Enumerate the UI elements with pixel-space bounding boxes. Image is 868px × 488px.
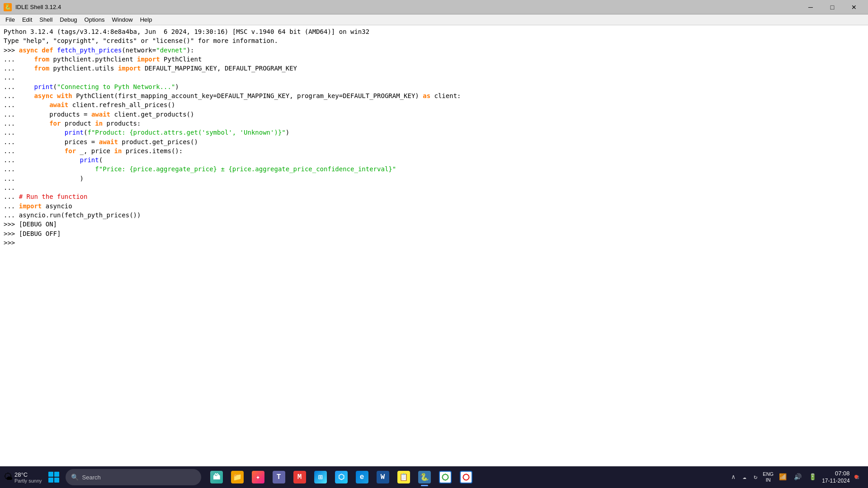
menu-shell[interactable]: Shell: [36, 14, 56, 25]
title-bar-left: 🐍 IDLE Shell 3.12.4: [4, 3, 61, 11]
weather-temp: 28°C: [14, 471, 42, 478]
taskbar-search[interactable]: 🔍 Search: [66, 469, 201, 485]
shell-output: Python 3.12.4 (tags/v3.12.4:8e8a4ba, Jun…: [4, 27, 864, 247]
prompt4: >>>: [4, 239, 19, 246]
teams-icon: T: [273, 471, 285, 483]
intro-line1: Python 3.12.4 (tags/v3.12.4:8e8a4ba, Jun…: [4, 28, 369, 44]
kw-await1: await: [49, 101, 68, 108]
tray-chevron[interactable]: ∧: [730, 472, 737, 482]
mcafee-icon: M: [293, 471, 306, 483]
taskbar-app-explorer[interactable]: 🏔: [207, 467, 226, 487]
files-icon: 📁: [231, 471, 244, 483]
search-label: Search: [82, 474, 101, 481]
prompt1: >>>: [4, 47, 19, 54]
kw-for2: for: [65, 147, 76, 155]
kw-in2: in: [114, 147, 122, 155]
start-button[interactable]: [44, 467, 64, 487]
str-connecting: "Connecting to Pyth Network...": [57, 83, 175, 90]
taskbar-app-store[interactable]: ⊞: [311, 467, 330, 487]
close-button[interactable]: ✕: [844, 0, 864, 14]
prompt3: >>>: [4, 230, 19, 237]
debug-off: [DEBUG OFF]: [19, 230, 61, 237]
kw-from1: from: [34, 56, 49, 63]
notification-dot: [854, 475, 858, 479]
weather-desc: Partly sunny: [14, 478, 42, 483]
copilot-icon: ✦: [252, 471, 264, 483]
word-icon: W: [377, 471, 389, 483]
weather-text: 28°C Partly sunny: [14, 471, 42, 483]
clock-date: 17-11-2024: [822, 478, 849, 485]
menu-help[interactable]: Help: [137, 14, 156, 25]
tray-wifi[interactable]: 📶: [777, 472, 788, 482]
tray-sync[interactable]: ↻: [752, 472, 759, 482]
print1: print: [34, 83, 53, 90]
taskbar-app-word[interactable]: W: [373, 467, 393, 487]
taskbar-app-files[interactable]: 📁: [227, 467, 247, 487]
maximize-button[interactable]: □: [822, 0, 843, 14]
taskbar-right: ∧ ☁ ↻ ENG IN 📶 🔊 🔋 07:08 17-11-2024 ☐: [730, 470, 864, 484]
tray-cloud[interactable]: ☁: [741, 472, 748, 482]
menu-edit[interactable]: Edit: [19, 14, 36, 25]
lang-line1: ENG: [763, 471, 774, 477]
kw-import1: import: [137, 56, 160, 63]
str-price: f"Price: {price.aggregate_price} ± {pric…: [95, 165, 396, 173]
print2: print: [65, 129, 84, 136]
menu-file[interactable]: File: [2, 14, 19, 25]
edge-icon: e: [356, 471, 368, 483]
kw-async: async: [19, 47, 38, 54]
kw-as: as: [423, 92, 430, 99]
minimize-button[interactable]: ─: [800, 0, 821, 14]
kw-async2: async: [34, 92, 53, 99]
idle-icon: 🐍: [418, 471, 431, 483]
menu-bar: File Edit Shell Debug Options Window Hel…: [0, 14, 868, 25]
search-icon: 🔍: [71, 474, 79, 481]
taskbar-app-edge[interactable]: e: [352, 467, 372, 487]
notepad-icon: 📋: [397, 471, 410, 483]
taskbar-app-notepad[interactable]: 📋: [394, 467, 414, 487]
window-controls: ─ □ ✕: [800, 0, 864, 14]
clock-area[interactable]: 07:08 17-11-2024: [822, 470, 849, 484]
title-bar: 🐍 IDLE Shell 3.12.4 ─ □ ✕: [0, 0, 868, 14]
taskbar-app-copilot[interactable]: ✦: [248, 467, 268, 487]
shell-content[interactable]: Python 3.12.4 (tags/v3.12.4:8e8a4ba, Jun…: [0, 25, 868, 470]
menu-debug[interactable]: Debug: [56, 14, 80, 25]
taskbar-app-idle[interactable]: 🐍: [415, 467, 434, 487]
window-title: IDLE Shell 3.12.4: [15, 4, 61, 10]
kw-from2: from: [34, 65, 49, 72]
explorer-icon: 🏔: [210, 471, 223, 483]
lang-line2: IN: [763, 477, 774, 483]
store-icon: ⊞: [314, 471, 327, 483]
browser-icon: ⬡: [335, 471, 348, 483]
tray-sound[interactable]: 🔊: [792, 472, 803, 482]
weather-icon: 🌤: [4, 472, 13, 483]
chrome2-icon: [460, 471, 472, 483]
taskbar-apps: 🏔 📁 ✦ T M ⊞ ⬡ e W: [207, 467, 476, 487]
taskbar-app-chrome[interactable]: [435, 467, 455, 487]
clock-time: 07:08: [835, 470, 850, 478]
windows-icon: [48, 472, 59, 483]
str-product: f"Product: {product.attrs.get('symbol', …: [87, 129, 285, 136]
kw-def: def: [42, 47, 53, 54]
str-devnet: "devnet": [156, 47, 186, 54]
taskbar-app-teams[interactable]: T: [269, 467, 289, 487]
menu-window[interactable]: Window: [108, 14, 136, 25]
menu-options[interactable]: Options: [81, 14, 108, 25]
kw-for1: for: [49, 120, 61, 127]
kw-with: with: [57, 92, 72, 99]
kw-import2: import: [118, 65, 141, 72]
prompt2: >>>: [4, 221, 19, 228]
taskbar-app-browser[interactable]: ⬡: [331, 467, 351, 487]
chrome-icon: [439, 471, 452, 483]
weather-widget[interactable]: 🌤 28°C Partly sunny: [4, 471, 42, 483]
kw-await2: await: [91, 111, 110, 118]
debug-on: [DEBUG ON]: [19, 221, 57, 228]
taskbar-app-mcafee[interactable]: M: [290, 467, 310, 487]
print3: print: [80, 156, 99, 164]
taskbar-app-chrome2[interactable]: [456, 467, 476, 487]
tray-battery[interactable]: 🔋: [807, 472, 818, 482]
comment-run: # Run the function: [19, 193, 88, 200]
func-name: fetch_pyth_prices: [57, 47, 122, 54]
tray-notification[interactable]: ☐: [854, 472, 861, 482]
app-icon: 🐍: [4, 3, 12, 11]
lang-indicator[interactable]: ENG IN: [763, 471, 774, 483]
